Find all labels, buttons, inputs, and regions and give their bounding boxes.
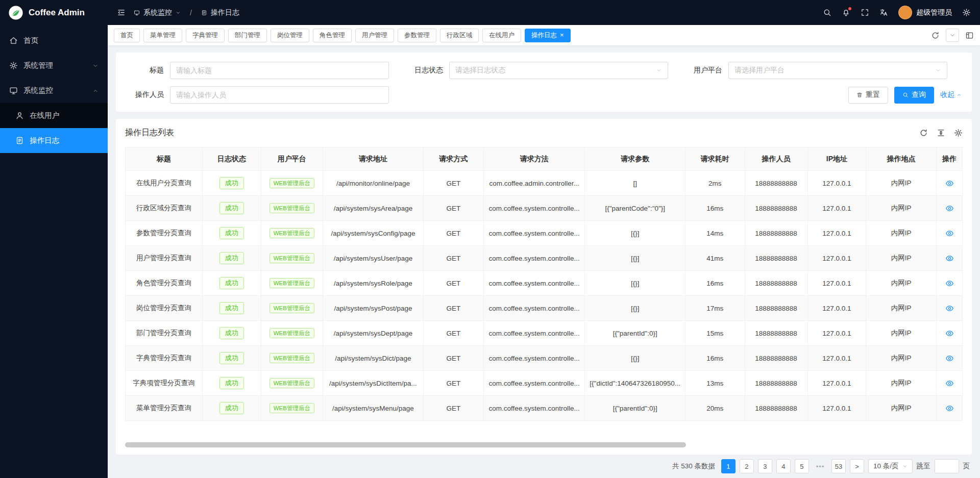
view-detail-button[interactable]: [945, 254, 954, 263]
view-detail-button[interactable]: [945, 379, 954, 388]
page-button-2[interactable]: 2: [740, 459, 754, 473]
tab-operation-log[interactable]: 操作日志: [525, 29, 571, 42]
tab-label: 岗位管理: [277, 31, 303, 40]
notifications-button[interactable]: [842, 8, 850, 17]
tab-post-mgmt[interactable]: 岗位管理: [271, 29, 309, 42]
col-ip: IP地址: [807, 147, 866, 171]
eye-icon: [945, 329, 954, 338]
cell-action: [937, 271, 963, 296]
view-detail-button[interactable]: [945, 204, 954, 213]
platform-tag: WEB管理后台: [270, 403, 314, 414]
search-button[interactable]: [823, 8, 831, 17]
tab-online-users[interactable]: 在线用户: [482, 29, 521, 42]
jump-to-page-input[interactable]: [935, 459, 959, 473]
table-density-button[interactable]: [937, 129, 945, 137]
tab-config-mgmt[interactable]: 参数管理: [398, 29, 436, 42]
platform-tag: WEB管理后台: [270, 303, 314, 314]
page-button-1[interactable]: 1: [721, 459, 736, 473]
view-detail-button[interactable]: [945, 329, 954, 338]
filter-row-2: 操作人员 重置 查询 收起: [125, 86, 963, 104]
horizontal-scrollbar[interactable]: [125, 442, 963, 447]
refresh-tab-button[interactable]: [931, 31, 940, 40]
layout-button[interactable]: [965, 31, 974, 40]
app-logo[interactable]: Coffee Admin: [0, 0, 108, 25]
tab-dict-mgmt[interactable]: 字典管理: [186, 29, 225, 42]
next-page-button[interactable]: >: [850, 459, 864, 473]
sidebar-item-label: 在线用户: [30, 111, 59, 120]
sidebar-item-online-users[interactable]: 在线用户: [0, 103, 108, 128]
cell-func: com.coffee.system.controlle...: [483, 371, 584, 396]
eye-icon: [945, 404, 954, 413]
cell-method: GET: [423, 246, 483, 271]
cell-title: 参数管理分页查询: [126, 221, 203, 246]
tab-home[interactable]: 首页: [114, 29, 140, 42]
sidebar-item-system-monitor[interactable]: 系统监控: [0, 78, 108, 103]
tab-role-mgmt[interactable]: 角色管理: [313, 29, 352, 42]
operator-input[interactable]: [170, 86, 389, 104]
tab-menu-mgmt[interactable]: 菜单管理: [143, 29, 182, 42]
tab-close-icon[interactable]: [560, 32, 564, 39]
reset-button-label: 重置: [866, 90, 880, 99]
sidebar-item-label: 系统管理: [23, 61, 53, 70]
settings-button[interactable]: [962, 8, 971, 17]
eye-icon: [945, 229, 954, 238]
search-submit-button[interactable]: 查询: [894, 87, 934, 104]
table-row: 参数管理分页查询 成功 WEB管理后台 /api/system/sysConfi…: [126, 221, 963, 246]
sidebar-item-system-mgmt[interactable]: 系统管理: [0, 53, 108, 78]
tab-admin-area[interactable]: 行政区域: [440, 29, 479, 42]
view-detail-button[interactable]: [945, 354, 954, 363]
status-tag: 成功: [219, 177, 244, 190]
view-detail-button[interactable]: [945, 179, 954, 188]
status-select[interactable]: 请选择日志状态: [449, 62, 668, 79]
cell-action: [937, 396, 963, 421]
platform-tag: WEB管理后台: [270, 328, 314, 339]
table-settings-button[interactable]: [954, 129, 963, 137]
fullscreen-button[interactable]: [861, 8, 869, 17]
tab-user-mgmt[interactable]: 用户管理: [355, 29, 394, 42]
sidebar-collapse-button[interactable]: [117, 8, 126, 17]
language-button[interactable]: [879, 8, 888, 17]
filter-title-label: 标题: [125, 66, 170, 75]
eye-icon: [945, 204, 954, 213]
reset-button[interactable]: 重置: [848, 87, 888, 104]
scrollbar-thumb[interactable]: [125, 442, 686, 447]
cell-func: com.coffee.system.controlle...: [483, 196, 584, 221]
cell-status: 成功: [202, 271, 261, 296]
sidebar-item-home[interactable]: 首页: [0, 28, 108, 53]
cell-url: /api/system/sysDict/page: [323, 346, 424, 371]
status-tag: 成功: [219, 252, 244, 265]
table-row: 字典管理分页查询 成功 WEB管理后台 /api/system/sysDict/…: [126, 346, 963, 371]
tab-dept-mgmt[interactable]: 部门管理: [228, 29, 267, 42]
platform-select[interactable]: 请选择用户平台: [728, 62, 947, 79]
tab-label: 菜单管理: [150, 31, 176, 40]
page-button-3[interactable]: 3: [758, 459, 772, 473]
cell-params: [{}]: [585, 296, 685, 321]
cell-method: GET: [423, 171, 483, 196]
page-size-select[interactable]: 10 条/页: [868, 459, 913, 473]
cell-title: 字典项管理分页查询: [126, 371, 203, 396]
breadcrumb-section[interactable]: 系统监控: [134, 8, 181, 17]
tab-label: 参数管理: [404, 31, 430, 40]
page-button-4[interactable]: 4: [776, 459, 791, 473]
view-detail-button[interactable]: [945, 404, 954, 413]
sidebar-item-operation-log[interactable]: 操作日志: [0, 128, 108, 153]
table-refresh-button[interactable]: [919, 129, 928, 137]
cell-ip: 127.0.0.1: [807, 171, 866, 196]
title-input[interactable]: [170, 62, 389, 79]
page-button-53[interactable]: 53: [831, 459, 846, 473]
view-detail-button[interactable]: [945, 304, 954, 313]
chevron-up-icon: [92, 88, 99, 94]
cell-platform: WEB管理后台: [261, 321, 323, 346]
cell-platform: WEB管理后台: [261, 346, 323, 371]
view-detail-button[interactable]: [945, 279, 954, 288]
cell-status: 成功: [202, 371, 261, 396]
tab-options-button[interactable]: [946, 29, 959, 42]
user-menu[interactable]: 超级管理员: [898, 6, 952, 19]
view-detail-button[interactable]: [945, 229, 954, 238]
col-action: 操作: [937, 147, 963, 171]
more-pages-ellipsis[interactable]: •••: [813, 459, 827, 473]
platform-tag: WEB管理后台: [270, 378, 314, 389]
content-area: 标题 日志状态 请选择日志状态 用户平台 请选择用户平台: [108, 45, 980, 478]
page-button-5[interactable]: 5: [795, 459, 809, 473]
collapse-filter-link[interactable]: 收起: [940, 90, 962, 99]
